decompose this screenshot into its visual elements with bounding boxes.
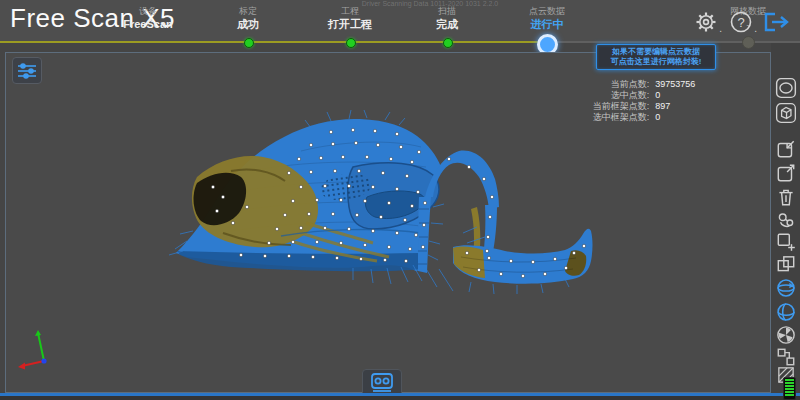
top-bar: Free Scan X5 Driver Scanning Data 1011-2… [0,0,800,43]
delete-icon[interactable] [775,186,797,208]
deselect-in-icon[interactable] [775,138,797,160]
add-selection-icon[interactable] [775,231,797,253]
bottom-strip [0,396,800,400]
fit-view-sphere-icon[interactable] [775,277,797,299]
fan-wheel-icon[interactable] [775,324,797,346]
step-calibration[interactable]: 标定 成功 [203,5,293,32]
cube-select-icon[interactable] [775,102,797,124]
mesh-hint-tooltip[interactable]: 如果不需要编辑点云数据 可点击这里进行网格封装! [596,44,716,70]
stat-selected-frame-points: 选中框架点数: 0 [544,112,704,123]
step-scan[interactable]: 扫描 完成 [402,5,492,32]
help-submenu-dot: . [754,23,757,34]
progress-dot-mesh[interactable] [742,36,755,49]
exit-button[interactable] [761,9,791,35]
overlap-rects-icon[interactable] [775,253,797,275]
step-device[interactable]: 设备 FreeScan [103,5,193,32]
progress-line-todo [547,41,800,43]
settings-gear-button[interactable]: . [693,9,719,35]
svg-text:?: ? [737,15,744,30]
bottom-accent-line [0,393,800,396]
step-project[interactable]: 工程 打开工程 [305,5,395,32]
freescan-app-window: Free Scan X5 Driver Scanning Data 1011-2… [0,0,800,400]
progress-dot-project [346,38,356,48]
axis-triad [18,330,47,370]
battery-indicator [783,377,796,400]
stat-current-frame-points: 当前框架点数: 897 [544,101,704,112]
rotate-view-sphere-icon[interactable] [775,301,797,323]
marker-dots [211,128,585,277]
help-button[interactable]: ? . [728,9,754,35]
stat-current-points: 当前点数: 39753756 [544,79,704,90]
deselect-out-icon[interactable] [775,162,797,184]
ellipse-select-icon[interactable] [775,77,797,99]
progress-dot-scan [443,38,453,48]
view-settings-button[interactable] [12,57,42,84]
connected-domain-icon[interactable] [775,209,797,231]
gear-submenu-dot: . [719,23,722,34]
step-pointcloud[interactable]: 点云数据 进行中 [502,5,592,32]
progress-line-done [0,41,547,43]
point-cloud-stats: 当前点数: 39753756 选中点数: 0 当前框架点数: 897 选中框架点… [544,79,704,123]
progress-dot-calibration [244,38,254,48]
viewport-3d[interactable]: 当前点数: 39753756 选中点数: 0 当前框架点数: 897 选中框架点… [5,52,771,393]
stat-selected-points: 选中点数: 0 [544,90,704,101]
